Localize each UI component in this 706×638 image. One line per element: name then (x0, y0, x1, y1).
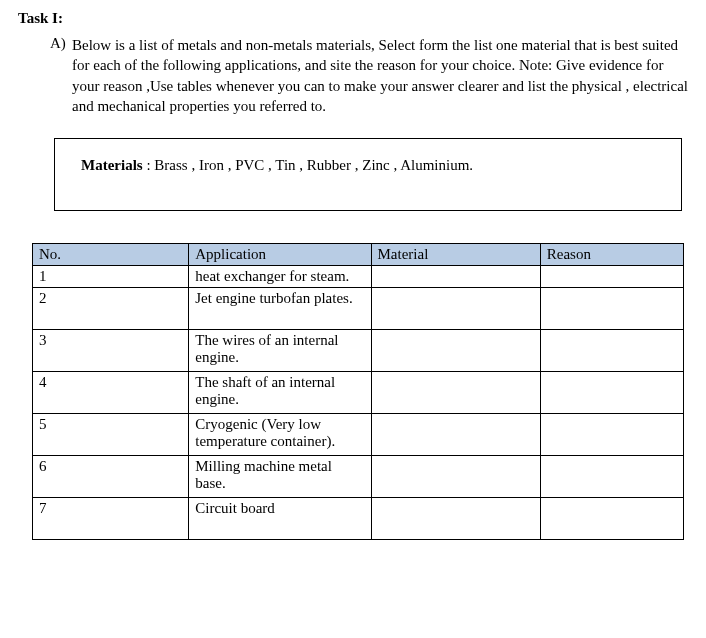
header-application: Application (189, 244, 371, 266)
cell-reason[interactable] (540, 414, 683, 456)
cell-application: Jet engine turbofan plates. (189, 288, 371, 330)
header-material: Material (371, 244, 540, 266)
cell-reason[interactable] (540, 266, 683, 288)
cell-no: 6 (33, 456, 189, 498)
task-heading: Task I: (18, 10, 688, 27)
cell-application: The wires of an internal engine. (189, 330, 371, 372)
table-header-row: No. Application Material Reason (33, 244, 684, 266)
materials-label: Materials (81, 157, 143, 173)
cell-reason[interactable] (540, 330, 683, 372)
cell-reason[interactable] (540, 456, 683, 498)
table-row: 6 Milling machine metal base. (33, 456, 684, 498)
cell-application: heat exchanger for steam. (189, 266, 371, 288)
section-a-block: A) Below is a list of metals and non-met… (18, 35, 688, 116)
cell-no: 7 (33, 498, 189, 540)
cell-material[interactable] (371, 330, 540, 372)
table-row: 1 heat exchanger for steam. (33, 266, 684, 288)
table-row: 5 Cryogenic (Very low temperature contai… (33, 414, 684, 456)
table-row: 3 The wires of an internal engine. (33, 330, 684, 372)
section-a-letter: A) (50, 35, 72, 116)
cell-material[interactable] (371, 266, 540, 288)
table-row: 7 Circuit board (33, 498, 684, 540)
cell-application: Cryogenic (Very low temperature containe… (189, 414, 371, 456)
materials-list: : Brass , Iron , PVC , Tin , Rubber , Zi… (143, 157, 473, 173)
cell-reason[interactable] (540, 288, 683, 330)
table-row: 4 The shaft of an internal engine. (33, 372, 684, 414)
cell-material[interactable] (371, 498, 540, 540)
cell-reason[interactable] (540, 372, 683, 414)
cell-material[interactable] (371, 288, 540, 330)
materials-box: Materials : Brass , Iron , PVC , Tin , R… (54, 138, 682, 211)
cell-no: 5 (33, 414, 189, 456)
cell-application: Milling machine metal base. (189, 456, 371, 498)
header-no: No. (33, 244, 189, 266)
cell-no: 1 (33, 266, 189, 288)
section-a-text: Below is a list of metals and non-metals… (72, 35, 688, 116)
header-reason: Reason (540, 244, 683, 266)
cell-material[interactable] (371, 414, 540, 456)
cell-material[interactable] (371, 372, 540, 414)
applications-table: No. Application Material Reason 1 heat e… (32, 243, 684, 540)
cell-reason[interactable] (540, 498, 683, 540)
cell-no: 3 (33, 330, 189, 372)
cell-no: 2 (33, 288, 189, 330)
cell-application: The shaft of an internal engine. (189, 372, 371, 414)
cell-no: 4 (33, 372, 189, 414)
table-row: 2 Jet engine turbofan plates. (33, 288, 684, 330)
cell-material[interactable] (371, 456, 540, 498)
cell-application: Circuit board (189, 498, 371, 540)
